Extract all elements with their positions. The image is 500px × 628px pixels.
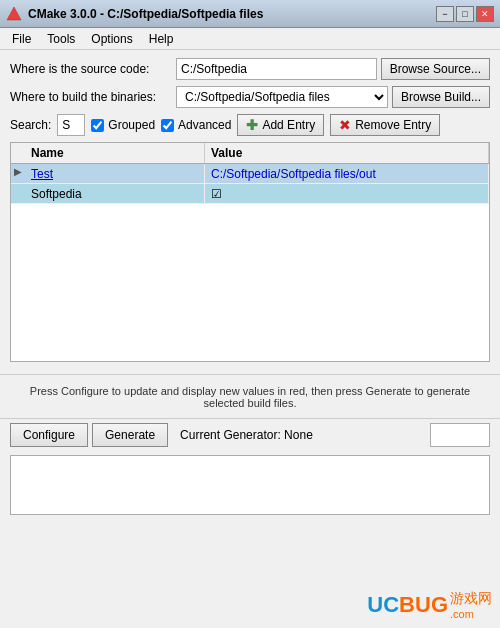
output-area	[10, 455, 490, 515]
search-row: Search: Grouped Advanced ✚ Add Entry ✖ R…	[10, 114, 490, 136]
browse-source-button[interactable]: Browse Source...	[381, 58, 490, 80]
remove-entry-label: Remove Entry	[355, 118, 431, 132]
window-title: CMake 3.0.0 - C:/Softpedia/Softpedia fil…	[28, 7, 263, 21]
add-entry-label: Add Entry	[262, 118, 315, 132]
title-bar-controls: − □ ✕	[436, 6, 494, 22]
watermark-part2: BUG	[399, 592, 448, 618]
info-area: Press Configure to update and display ne…	[0, 374, 500, 418]
menu-tools[interactable]: Tools	[39, 30, 83, 48]
minimize-button[interactable]: −	[436, 6, 454, 22]
row2-name: Softpedia	[25, 184, 205, 203]
grouped-checkbox[interactable]	[91, 119, 104, 132]
table-header: Name Value	[11, 143, 489, 164]
row-arrow: ▶	[11, 164, 25, 183]
remove-icon: ✖	[339, 117, 351, 133]
row2-value-text: ☑	[211, 187, 222, 201]
info-message: Press Configure to update and display ne…	[10, 385, 490, 409]
build-dropdown[interactable]: C:/Softpedia/Softpedia files	[176, 86, 388, 108]
source-input[interactable]	[176, 58, 377, 80]
table-row[interactable]: Softpedia ☑	[11, 184, 489, 204]
header-name: Name	[25, 143, 205, 163]
search-label: Search:	[10, 118, 51, 132]
close-button[interactable]: ✕	[476, 6, 494, 22]
row2-name-text: Softpedia	[31, 187, 82, 201]
entries-table: Name Value ▶ Test C:/Softpedia/Softpedia…	[10, 142, 490, 362]
source-row: Where is the source code: Browse Source.…	[10, 58, 490, 80]
menu-bar: File Tools Options Help	[0, 28, 500, 50]
watermark-part4: .com	[450, 608, 474, 620]
search-input[interactable]	[57, 114, 85, 136]
watermark: UCBUG 游戏网 .com	[367, 590, 492, 620]
watermark-part1: UC	[367, 592, 399, 618]
row-arrow	[11, 184, 25, 203]
row1-value: C:/Softpedia/Softpedia files/out	[205, 164, 489, 183]
build-row: Where to build the binaries: C:/Softpedi…	[10, 86, 490, 108]
current-generator-label: Current Generator: None	[172, 428, 426, 442]
add-icon: ✚	[246, 117, 258, 133]
browse-build-button[interactable]: Browse Build...	[392, 86, 490, 108]
menu-file[interactable]: File	[4, 30, 39, 48]
row1-name: Test	[25, 164, 205, 183]
advanced-label: Advanced	[178, 118, 231, 132]
maximize-button[interactable]: □	[456, 6, 474, 22]
row1-value-text: C:/Softpedia/Softpedia files/out	[211, 167, 376, 181]
title-bar-left: CMake 3.0.0 - C:/Softpedia/Softpedia fil…	[6, 6, 263, 22]
cmake-icon	[6, 6, 22, 22]
menu-help[interactable]: Help	[141, 30, 182, 48]
row1-name-text: Test	[31, 167, 53, 181]
watermark-part3: 游戏网	[450, 590, 492, 608]
advanced-checkbox[interactable]	[161, 119, 174, 132]
generator-input[interactable]	[430, 423, 490, 447]
build-dropdown-wrapper: C:/Softpedia/Softpedia files	[176, 86, 388, 108]
svg-marker-0	[7, 7, 21, 20]
build-label: Where to build the binaries:	[10, 90, 170, 104]
table-row[interactable]: ▶ Test C:/Softpedia/Softpedia files/out	[11, 164, 489, 184]
bottom-controls: Configure Generate Current Generator: No…	[0, 418, 500, 451]
advanced-checkbox-group: Advanced	[161, 118, 231, 132]
grouped-checkbox-group: Grouped	[91, 118, 155, 132]
main-content: Where is the source code: Browse Source.…	[0, 50, 500, 374]
source-label: Where is the source code:	[10, 62, 170, 76]
header-value: Value	[205, 143, 489, 163]
grouped-label: Grouped	[108, 118, 155, 132]
generate-button[interactable]: Generate	[92, 423, 168, 447]
remove-entry-button[interactable]: ✖ Remove Entry	[330, 114, 440, 136]
row2-value: ☑	[205, 184, 489, 203]
add-entry-button[interactable]: ✚ Add Entry	[237, 114, 324, 136]
title-bar: CMake 3.0.0 - C:/Softpedia/Softpedia fil…	[0, 0, 500, 28]
configure-button[interactable]: Configure	[10, 423, 88, 447]
menu-options[interactable]: Options	[83, 30, 140, 48]
